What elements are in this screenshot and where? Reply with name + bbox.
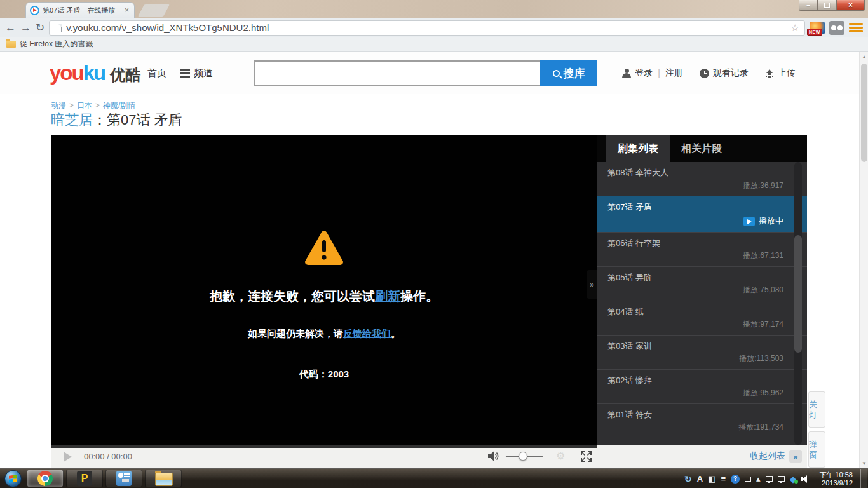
new-tab-button[interactable] bbox=[138, 4, 170, 17]
upload[interactable]: 上传 bbox=[765, 67, 796, 79]
scroll-up-icon[interactable]: ▲ bbox=[860, 54, 868, 60]
popup-button[interactable]: 弹窗 bbox=[808, 431, 825, 468]
upload-icon bbox=[765, 69, 774, 78]
episode-scrollbar[interactable] bbox=[794, 162, 802, 445]
youku-logo[interactable]: youku 优酷 bbox=[50, 61, 140, 85]
history-clock-icon bbox=[700, 69, 709, 78]
series-link[interactable]: 暗芝居 bbox=[51, 112, 93, 128]
episode-views: 播放:95,962 bbox=[743, 388, 783, 398]
panel-collapse-handle[interactable]: » bbox=[587, 270, 597, 299]
breadcrumb-japan[interactable]: 日本 bbox=[77, 101, 92, 110]
error-text: 抱歉，连接失败，您可以尝试 bbox=[210, 289, 375, 303]
player-controls: 00:00 / 00:00 ⚙ 收起列表 » bbox=[51, 445, 807, 468]
close-button[interactable]: × bbox=[836, 0, 865, 11]
reload-icon[interactable]: ↻ bbox=[36, 22, 44, 33]
video-player[interactable]: 抱歉，连接失败，您可以尝试刷新操作。 如果问题仍未解决，请反馈给我们。 代码：2… bbox=[51, 135, 597, 445]
bookmark-star-icon[interactable]: ☆ bbox=[791, 22, 799, 34]
browser-toolbar: ← → ↻ v.youku.com/v_show/id_XNTk5OTg5NDU… bbox=[0, 18, 868, 37]
episode-row[interactable]: 第04话 纸 播放:97,174 bbox=[597, 301, 807, 335]
network-icon[interactable] bbox=[778, 476, 785, 482]
refresh-link[interactable]: 刷新 bbox=[375, 289, 400, 303]
volume-icon[interactable] bbox=[488, 451, 499, 461]
web-page: youku 优酷 首页 频道 搜库 登录 | 注册 bbox=[0, 52, 859, 468]
seek-bar[interactable] bbox=[51, 445, 597, 448]
tab-related-clips[interactable]: 相关片段 bbox=[670, 135, 733, 162]
logo-ku: ku bbox=[83, 61, 105, 85]
action-center-icon[interactable] bbox=[766, 476, 773, 482]
tab-strip: 第07话 矛盾—在线播放— × – × bbox=[0, 0, 868, 18]
episode-row[interactable]: 第06话 行李架 播放:67,131 bbox=[597, 232, 807, 266]
episode-views: 播放:113,503 bbox=[739, 353, 783, 364]
fullscreen-icon[interactable] bbox=[580, 451, 592, 463]
episode-views: 播放:97,174 bbox=[743, 319, 783, 330]
collapse-list-link[interactable]: 收起列表 bbox=[750, 451, 785, 462]
chrome-menu-icon[interactable] bbox=[849, 23, 863, 32]
speaker-icon[interactable] bbox=[801, 475, 810, 483]
taskbar-potplayer-button[interactable]: P bbox=[66, 470, 103, 487]
taskbar-chrome-button[interactable] bbox=[27, 470, 64, 487]
browser-scrollbar[interactable]: ▲ ▼ bbox=[859, 52, 868, 468]
episode-row[interactable]: 第03话 家训 播放:113,503 bbox=[597, 335, 807, 369]
browser-tab[interactable]: 第07话 矛盾—在线播放— × bbox=[25, 2, 135, 18]
ime-letter-icon[interactable]: A bbox=[697, 475, 703, 483]
feedback-link[interactable]: 反馈给我们 bbox=[343, 328, 391, 339]
tab-episode-list[interactable]: 剧集列表 bbox=[606, 135, 670, 162]
extension-icon[interactable] bbox=[829, 21, 844, 35]
scroll-down-icon[interactable]: ▼ bbox=[860, 461, 868, 466]
show-desktop-button[interactable] bbox=[860, 469, 867, 488]
settings-gear-icon[interactable]: ⚙ bbox=[556, 450, 565, 462]
url-text[interactable]: v.youku.com/v_show/id_XNTk5OTg5NDU2.html bbox=[66, 22, 786, 33]
clock-time: 下午 10:58 bbox=[819, 471, 853, 479]
back-icon[interactable]: ← bbox=[5, 22, 16, 33]
watch-history[interactable]: 观看记录 bbox=[700, 67, 749, 79]
collapse-list-icon[interactable]: » bbox=[789, 450, 802, 463]
episode-row-playing[interactable]: 第07话 矛盾 播放中 bbox=[597, 196, 807, 232]
logo-you: you bbox=[50, 61, 83, 85]
episode-title: 第05话 异阶 bbox=[607, 272, 783, 283]
ime-swirl-icon[interactable]: ↻ bbox=[684, 475, 692, 484]
lights-off-button[interactable]: 关灯 bbox=[808, 391, 825, 428]
taskbar-controlpanel-button[interactable] bbox=[105, 470, 142, 487]
tab-close-icon[interactable]: × bbox=[123, 6, 130, 15]
address-bar[interactable]: v.youku.com/v_show/id_XNTk5OTg5NDU2.html… bbox=[49, 20, 805, 36]
episode-row[interactable]: 第08话 伞神大人 播放:36,917 bbox=[597, 162, 807, 196]
help-icon[interactable]: ? bbox=[731, 475, 740, 484]
maximize-button[interactable] bbox=[818, 0, 836, 11]
extension-new-icon[interactable]: NEW bbox=[810, 22, 825, 34]
search-button[interactable]: 搜库 bbox=[540, 60, 597, 86]
register-link[interactable]: 注册 bbox=[665, 67, 683, 79]
breadcrumb-anime[interactable]: 动漫 bbox=[51, 101, 66, 110]
play-button-icon[interactable] bbox=[64, 452, 72, 462]
minimize-button[interactable]: – bbox=[799, 0, 818, 11]
volume-knob[interactable] bbox=[519, 452, 527, 461]
clock-date: 2013/9/12 bbox=[819, 479, 853, 487]
nav-channels[interactable]: 频道 bbox=[180, 67, 213, 79]
clock[interactable]: 下午 10:58 2013/9/12 bbox=[819, 471, 853, 487]
episode-row[interactable]: 第05话 异阶 播放:75,080 bbox=[597, 266, 807, 301]
bookmark-folder-label[interactable]: 從 Firefox 匯入的書籤 bbox=[20, 39, 93, 50]
ime-toolbar-icon[interactable]: ≡ bbox=[721, 475, 726, 483]
forward-icon[interactable]: → bbox=[20, 22, 31, 33]
header-user-area: 登录 | 注册 观看记录 上传 bbox=[622, 67, 796, 79]
dropbox-icon[interactable]: ◆ bbox=[790, 475, 797, 484]
login-link[interactable]: 登录 bbox=[635, 67, 653, 79]
nav-home[interactable]: 首页 bbox=[147, 67, 166, 79]
taskbar-explorer-button[interactable] bbox=[145, 470, 182, 487]
search-input[interactable] bbox=[254, 60, 540, 86]
ime-restore-icon[interactable] bbox=[745, 477, 751, 482]
episode-views: 播放:75,080 bbox=[743, 285, 783, 295]
start-button[interactable] bbox=[0, 469, 25, 488]
episode-row[interactable]: 第01话 符女 播放:191,734 bbox=[597, 403, 807, 438]
episode-scrollbar-thumb[interactable] bbox=[794, 235, 802, 353]
hidden-icons-chevron[interactable]: ▴ bbox=[756, 475, 761, 483]
breadcrumb-genre[interactable]: 神魔/剧情 bbox=[103, 101, 135, 110]
login-divider: | bbox=[658, 68, 660, 78]
youku-favicon-icon bbox=[30, 6, 39, 15]
channels-icon bbox=[180, 69, 190, 78]
page-icon bbox=[55, 24, 62, 32]
breadcrumb-sep: > bbox=[69, 101, 74, 110]
scrollbar-thumb[interactable] bbox=[861, 64, 867, 162]
user-icon bbox=[622, 69, 631, 78]
episode-row[interactable]: 第02话 惨拜 播放:95,962 bbox=[597, 369, 807, 403]
ime-halfwidth-icon[interactable]: ◧ bbox=[708, 475, 715, 483]
